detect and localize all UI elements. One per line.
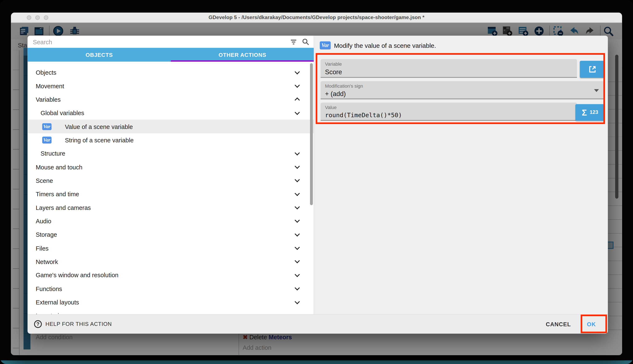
- list-item-audio[interactable]: Audio: [28, 214, 314, 228]
- chevron-down-icon: [295, 69, 300, 74]
- list-item-structure[interactable]: Structure: [28, 147, 314, 160]
- window-title: GDevelop 5 - /Users/dkarakay/Documents/G…: [209, 15, 425, 20]
- modification-sign-select[interactable]: Modification's sign + (add): [321, 81, 604, 100]
- help-icon: ?: [34, 320, 42, 328]
- list-item-scene[interactable]: Scene: [28, 174, 314, 187]
- chevron-down-icon: [295, 82, 300, 88]
- dropdown-caret-icon: [594, 89, 599, 92]
- chevron-down-icon: [295, 191, 300, 196]
- chevron-down-icon: [295, 204, 300, 210]
- list-item-global-variables[interactable]: Global variables: [28, 106, 314, 120]
- dialog-tabs: OBJECTS OTHER ACTIONS: [28, 48, 314, 62]
- help-button[interactable]: ? HELP FOR THIS ACTION: [34, 314, 112, 334]
- var-icon: Var: [42, 123, 52, 130]
- chevron-up-icon: [295, 98, 300, 103]
- list-item-movement[interactable]: Movement: [28, 79, 314, 93]
- list-item-games-window-and-resolution[interactable]: Game's window and resolution: [28, 268, 314, 282]
- chevron-down-icon: [295, 164, 300, 169]
- tab-other-actions[interactable]: OTHER ACTIONS: [171, 48, 314, 62]
- chevron-down-icon: [295, 218, 300, 223]
- search-icon[interactable]: [302, 38, 309, 46]
- filter-icon[interactable]: [290, 38, 297, 45]
- chevron-down-icon: [295, 245, 300, 250]
- ok-button[interactable]: OK: [582, 314, 600, 334]
- list-item-external-layouts[interactable]: External layouts: [28, 296, 314, 309]
- gdevelop-window: GDevelop 5 - /Users/dkarakay/Documents/G…: [11, 12, 622, 355]
- list-item-mouse-and-touch[interactable]: Mouse and touch: [28, 160, 314, 174]
- list-item-functions[interactable]: Functions: [28, 282, 314, 296]
- titlebar: GDevelop 5 - /Users/dkarakay/Documents/G…: [11, 12, 622, 23]
- close-button[interactable]: [27, 15, 31, 20]
- open-in-new-icon: [588, 65, 596, 74]
- list-item-string-of-a-scene-variable[interactable]: VarString of a scene variable: [28, 133, 314, 147]
- dialog-footer: ? HELP FOR THIS ACTION CANCEL OK: [28, 314, 608, 334]
- list-item-layers-and-cameras[interactable]: Layers and cameras: [28, 201, 314, 214]
- active-tab-indicator: [171, 60, 314, 62]
- list-item-files[interactable]: Files: [28, 241, 314, 255]
- action-parameters-panel: Var Modify the value of a scene variable…: [313, 36, 608, 314]
- tab-objects[interactable]: OBJECTS: [28, 48, 171, 62]
- desktop-wallpaper-strip: [0, 360, 633, 364]
- action-editor-dialog: OBJECTS OTHER ACTIONS Objects Movement V…: [28, 36, 608, 333]
- list-item-network[interactable]: Network: [28, 255, 314, 268]
- list-item-inventories[interactable]: Inventories: [28, 309, 314, 314]
- search-bar: [28, 36, 314, 48]
- chevron-down-icon: [295, 299, 300, 304]
- chevron-down-icon: [295, 150, 300, 155]
- chevron-down-icon: [295, 272, 300, 277]
- var-icon: Var: [320, 41, 331, 50]
- list-item-timers-and-time[interactable]: Timers and time: [28, 187, 314, 201]
- list-item-variables[interactable]: Variables: [28, 93, 314, 106]
- list-item-objects[interactable]: Objects: [28, 66, 314, 79]
- zoom-button[interactable]: [44, 15, 48, 20]
- variable-field[interactable]: Variable Score: [321, 59, 577, 78]
- list-item-storage[interactable]: Storage: [28, 228, 314, 241]
- list-scrollbar-thumb[interactable]: [310, 63, 313, 205]
- traffic-lights: [27, 15, 48, 20]
- chevron-down-icon: [295, 231, 300, 236]
- cancel-button[interactable]: CANCEL: [543, 314, 573, 334]
- screenshot-canvas: GDevelop 5 - /Users/dkarakay/Documents/G…: [0, 0, 633, 364]
- chevron-down-icon: [295, 177, 300, 182]
- open-variables-editor-button[interactable]: [580, 61, 605, 78]
- value-expression-field[interactable]: Value round(TimeDelta()*50): [321, 102, 577, 121]
- panel-header: Var Modify the value of a scene variable…: [314, 36, 608, 53]
- minimize-button[interactable]: [35, 15, 40, 20]
- chevron-down-icon: [295, 285, 300, 290]
- sigma-icon: Σ: [582, 108, 587, 117]
- action-title: Modify the value of a scene variable.: [334, 42, 436, 50]
- chevron-down-icon: [295, 258, 300, 264]
- list-item-value-of-a-scene-variable[interactable]: VarValue of a scene variable: [28, 120, 314, 133]
- var-icon: Var: [42, 136, 52, 144]
- chevron-down-icon: [295, 312, 300, 314]
- expression-editor-button[interactable]: Σ 123: [575, 104, 604, 121]
- instruction-list-pane: OBJECTS OTHER ACTIONS Objects Movement V…: [28, 36, 314, 314]
- chevron-down-icon: [295, 110, 300, 115]
- search-input[interactable]: [28, 38, 290, 45]
- actions-category-list: Objects Movement Variables Global variab…: [28, 62, 314, 314]
